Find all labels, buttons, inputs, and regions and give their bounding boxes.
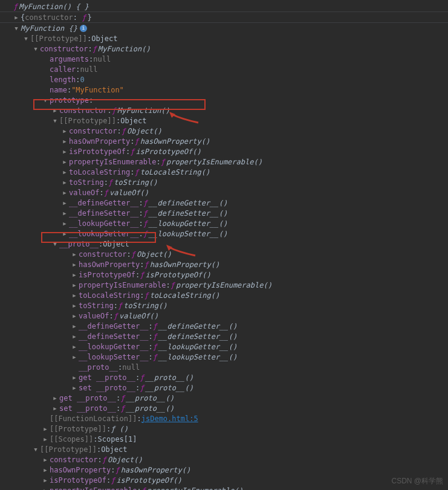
proto-constructor[interactable]: ▶ constructor: ƒ MyFunction() [0, 105, 448, 115]
expand-arrow-icon[interactable]: ▶ [62, 190, 68, 196]
expand-arrow-icon[interactable]: ▶ [71, 323, 77, 329]
property-row[interactable]: ▶isPrototypeOf: ƒ isPrototypeOf() [0, 475, 448, 485]
property-row[interactable]: ▶valueOf: ƒ valueOf() [0, 187, 448, 198]
property-row[interactable]: ▶toLocaleString: ƒ toLocaleString() [0, 167, 448, 177]
property-row[interactable]: ▶toLocaleString: ƒ toLocaleString() [0, 290, 448, 300]
caller-prop: ▶ caller: null [0, 64, 448, 74]
function-location[interactable]: ▶ [[FunctionLocation]]: jsDemo.html:5 [0, 413, 448, 424]
accessor-row[interactable]: ▶set __proto__: ƒ __proto__() [0, 403, 448, 413]
property-row[interactable]: ▶__lookupGetter__: ƒ __lookupGetter__() [0, 341, 448, 352]
expand-arrow-icon[interactable]: ▼ [33, 46, 39, 52]
expand-arrow-icon[interactable]: ▶ [62, 210, 68, 216]
property-row[interactable]: ▶hasOwnProperty: ƒ hasOwnProperty() [0, 465, 448, 475]
length-prop: ▶ length: 0 [0, 74, 448, 85]
preview-constructor[interactable]: ▶ {constructor: ƒ} [0, 12, 448, 22]
expand-arrow-icon[interactable]: ▶ [71, 334, 77, 340]
prototype-prop[interactable]: ▼ prototype: [0, 95, 448, 105]
expand-arrow-icon[interactable]: ▶ [71, 303, 77, 309]
property-row[interactable]: ▶propertyIsEnumerable: ƒ propertyIsEnume… [0, 280, 448, 290]
property-row[interactable]: ▶constructor: ƒ Object() [0, 249, 448, 259]
property-row[interactable]: ▶isPrototypeOf: ƒ isPrototypeOf() [0, 146, 448, 156]
expand-arrow-icon[interactable]: ▶ [42, 488, 48, 491]
property-row[interactable]: ▶__defineSetter__: ƒ __defineSetter__() [0, 331, 448, 341]
expand-arrow-icon[interactable]: ▶ [62, 169, 68, 175]
accessor-row[interactable]: ▶get __proto__: ƒ __proto__() [0, 372, 448, 382]
property-row[interactable]: ▶toString: ƒ toString() [0, 177, 448, 187]
expand-arrow-icon[interactable]: ▶ [42, 426, 48, 432]
source-link[interactable]: jsDemo.html:5 [141, 414, 198, 423]
expand-arrow-icon[interactable]: ▼ [42, 97, 48, 103]
property-row[interactable]: ▶propertyIsEnumerable: ƒ propertyIsEnume… [0, 156, 448, 167]
scopes-internal[interactable]: ▶ [[Scopes]]: Scopes[1] [0, 434, 448, 444]
expand-arrow-icon[interactable]: ▶ [71, 251, 77, 257]
property-row[interactable]: ▶__defineGetter__: ƒ __defineGetter__() [0, 321, 448, 331]
property-row[interactable]: ▶hasOwnProperty: ƒ hasOwnProperty() [0, 259, 448, 269]
arguments-prop: ▶ arguments: null [0, 54, 448, 64]
inner-prototype[interactable]: ▼ [[Prototype]]: Object [0, 115, 448, 126]
accessor-row[interactable]: ▶get __proto__: ƒ __proto__() [0, 393, 448, 403]
expand-arrow-icon[interactable]: ▶ [71, 282, 77, 288]
fn-signature: MyFunction() { } [19, 2, 89, 11]
expand-arrow-icon[interactable]: ▶ [52, 395, 58, 401]
info-icon[interactable]: i [80, 25, 87, 32]
expand-arrow-icon[interactable]: ▶ [52, 108, 58, 114]
watermark: CSDN @科学熊 [391, 476, 443, 486]
expand-arrow-icon[interactable]: ▶ [52, 405, 58, 411]
myfunction-instance[interactable]: ▼ MyFunction {} i [0, 23, 448, 33]
expand-arrow-icon[interactable]: ▶ [42, 457, 48, 463]
expand-arrow-icon[interactable]: ▼ [23, 36, 29, 42]
property-row[interactable]: ▶toString: ƒ toString() [0, 300, 448, 311]
property-row[interactable]: ▶propertyIsEnumerable: ƒ propertyIsEnume… [0, 485, 448, 490]
expand-arrow-icon[interactable]: ▶ [71, 354, 77, 360]
expand-arrow-icon[interactable]: ▶ [42, 477, 48, 483]
expand-arrow-icon[interactable]: ▶ [62, 138, 68, 144]
expand-arrow-icon[interactable]: ▶ [62, 159, 68, 165]
property-row[interactable]: ▶constructor: ƒ Object() [0, 126, 448, 136]
expand-arrow-icon[interactable]: ▶ [62, 179, 68, 185]
expand-arrow-icon[interactable]: ▶ [71, 313, 77, 319]
dunder-proto-null: ▶ __proto__: null [0, 362, 448, 372]
name-prop: ▶ name: "MyFunction" [0, 85, 448, 95]
expand-arrow-icon[interactable]: ▼ [33, 446, 39, 453]
header-fn: ƒ MyFunction() { } [0, 1, 448, 11]
property-row[interactable]: ▶valueOf: ƒ valueOf() [0, 311, 448, 321]
expand-arrow-icon[interactable]: ▶ [62, 221, 68, 227]
property-row[interactable]: ▶__lookupSetter__: ƒ __lookupSetter__() [0, 228, 448, 239]
accessor-row[interactable]: ▶set __proto__: ƒ __proto__() [0, 382, 448, 393]
prototype-fn[interactable]: ▶ [[Prototype]]: ƒ () [0, 424, 448, 434]
prototype-internal[interactable]: ▼ [[Prototype]]: Object [0, 33, 448, 44]
property-row[interactable]: ▶hasOwnProperty: ƒ hasOwnProperty() [0, 136, 448, 146]
expand-arrow-icon[interactable]: ▶ [71, 262, 77, 268]
property-row[interactable]: ▶__lookupSetter__: ƒ __lookupSetter__() [0, 352, 448, 362]
expand-arrow-icon[interactable]: ▶ [42, 436, 48, 442]
expand-arrow-icon[interactable]: ▼ [13, 25, 19, 31]
expand-arrow-icon[interactable]: ▶ [62, 149, 68, 155]
constructor-prop[interactable]: ▼ constructor: ƒ MyFunction() [0, 44, 448, 54]
property-row[interactable]: ▶isPrototypeOf: ƒ isPrototypeOf() [0, 269, 448, 280]
fn-icon: ƒ [13, 2, 18, 11]
property-row[interactable]: ▶__defineGetter__: ƒ __defineGetter__() [0, 198, 448, 208]
expand-arrow-icon[interactable]: ▶ [71, 385, 77, 391]
expand-arrow-icon[interactable]: ▶ [62, 231, 68, 237]
dunder-proto[interactable]: ▼ __proto__: Object [0, 239, 448, 249]
expand-arrow-icon[interactable]: ▶ [13, 15, 19, 21]
expand-arrow-icon[interactable]: ▼ [52, 241, 58, 247]
property-row[interactable]: ▶__defineSetter__: ƒ __defineSetter__() [0, 208, 448, 218]
expand-arrow-icon[interactable]: ▼ [52, 118, 58, 124]
property-row[interactable]: ▶constructor: ƒ Object() [0, 454, 448, 465]
outer-prototype[interactable]: ▼ [[Prototype]]: Object [0, 444, 448, 454]
expand-arrow-icon[interactable]: ▶ [71, 272, 77, 278]
expand-arrow-icon[interactable]: ▶ [42, 467, 48, 473]
expand-arrow-icon[interactable]: ▶ [71, 292, 77, 298]
expand-arrow-icon[interactable]: ▶ [62, 128, 68, 134]
expand-arrow-icon[interactable]: ▶ [62, 200, 68, 206]
property-row[interactable]: ▶__lookupGetter__: ƒ __lookupGetter__() [0, 218, 448, 228]
expand-arrow-icon[interactable]: ▶ [71, 375, 77, 381]
expand-arrow-icon[interactable]: ▶ [71, 344, 77, 350]
